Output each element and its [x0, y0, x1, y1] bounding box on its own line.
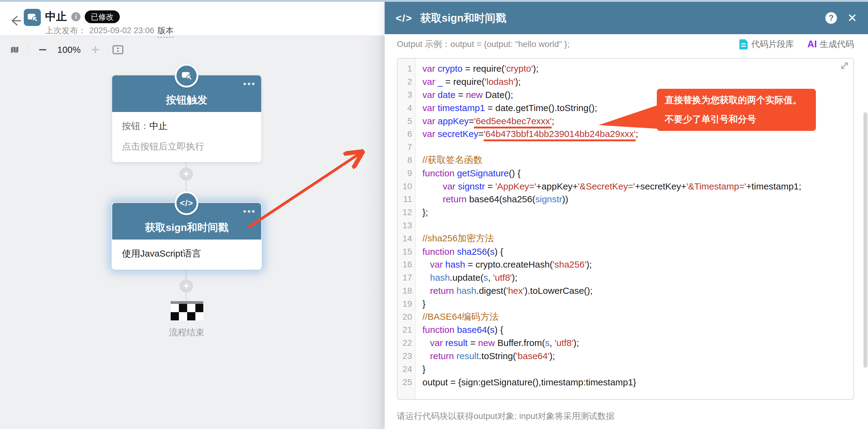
canvas-toolbar: 100% [10, 41, 123, 58]
page-title: 中止 [45, 9, 67, 24]
code-line[interactable]: 9function getSignature() { [397, 167, 854, 180]
flow-canvas[interactable]: 100% 按钮触发 [0, 36, 384, 429]
code-line[interactable]: 19} [397, 297, 854, 310]
line-number: 8 [397, 155, 416, 165]
button-trigger-icon [180, 69, 193, 82]
map-icon [10, 46, 19, 54]
ai-generate-code-button[interactable]: AI 生成代码 [807, 38, 854, 50]
output-example-text: Output 示例：output = {output: "hello world… [397, 38, 569, 50]
panel-title: 获取sign和时间戳 [420, 11, 506, 25]
code-line[interactable]: 24} [397, 363, 854, 376]
code-line[interactable]: 16 var hash = crypto.createHash('sha256'… [397, 258, 854, 271]
annotation-callout: 直接替换为您获取的两个实际值。 不要少了单引号和分号 [657, 89, 816, 131]
code-line[interactable]: 23 return result.toString('base64'); [397, 350, 854, 363]
line-number: 1 [397, 64, 416, 74]
help-button[interactable]: ? [825, 12, 837, 24]
callout-line1: 直接替换为您获取的两个实际值。 [665, 94, 808, 107]
line-number: 18 [397, 286, 416, 296]
status-badge: 已修改 [85, 10, 120, 23]
node2-type-icon: </> [175, 191, 198, 215]
zoom-out-button[interactable] [39, 49, 46, 50]
code-line[interactable]: 8//获取签名函数 [397, 154, 854, 167]
line-number: 11 [397, 194, 416, 204]
node1-field-value: 中止 [149, 121, 167, 131]
line-number: 14 [397, 234, 416, 244]
fit-view-icon [113, 45, 123, 55]
line-number: 22 [397, 338, 416, 348]
line-number: 5 [397, 116, 416, 126]
code-line[interactable]: 15function sha256(s) { [397, 245, 854, 258]
node1-field-label: 按钮： [122, 121, 149, 131]
window-top-strip [0, 0, 868, 2]
zoom-in-button[interactable] [92, 46, 99, 53]
node2-body: 使用JavaScript语言 [112, 239, 261, 269]
line-number: 13 [397, 221, 416, 230]
line-number: 17 [397, 273, 416, 283]
node2-description: 使用JavaScript语言 [122, 248, 251, 260]
line-number: 12 [397, 207, 416, 217]
button-trigger-icon [26, 11, 38, 24]
node1-body: 按钮：中止 点击按钮后立即执行 [112, 112, 261, 162]
line-number: 25 [397, 377, 416, 387]
finish-flag-icon [171, 301, 203, 321]
code-line[interactable]: 10 var signstr = 'AppKey='+appKey+'&Secr… [397, 180, 854, 193]
minimap-button[interactable] [10, 46, 19, 54]
code-line[interactable]: 11 return base64(sha256(signstr)) [397, 193, 854, 206]
node2-menu-button[interactable] [244, 210, 254, 213]
node2-title: 获取sign和时间戳 [112, 221, 261, 235]
add-step-button-2[interactable]: + [180, 279, 193, 293]
toolbar-divider [28, 45, 29, 54]
fit-view-button[interactable] [113, 45, 123, 55]
code-line[interactable]: 20//BASE64编码方法 [397, 310, 854, 323]
flow-end-label: 流程结束 [143, 326, 230, 339]
ai-button-label: 生成代码 [820, 38, 854, 50]
panel-header: </> 获取sign和时间戳 ? ✕ [384, 2, 868, 34]
node1-menu-button[interactable] [244, 83, 254, 85]
publish-label: 上次发布： [45, 25, 86, 36]
code-line[interactable]: 14//sha256加密方法 [397, 232, 854, 245]
code-block-panel: </> 获取sign和时间戳 ? ✕ Output 示例：output = {o… [384, 0, 868, 429]
node1-type-icon [175, 64, 198, 88]
line-number: 6 [397, 129, 416, 139]
panel-scrollbar[interactable] [863, 112, 867, 368]
editor-footer-note: 请运行代码块以获得output对象; input对象将采用测试数据 [397, 410, 614, 422]
workflow-app: 中止 i 已修改 上次发布： 2025-09-02 23:06 版本 100% [0, 0, 868, 429]
line-number: 16 [397, 260, 416, 269]
code-line[interactable]: 12}; [397, 206, 854, 219]
line-number: 20 [397, 312, 416, 322]
code-line[interactable]: 13 [397, 219, 854, 232]
info-icon[interactable]: i [71, 12, 81, 21]
line-number: 9 [397, 168, 416, 178]
node-button-trigger[interactable]: 按钮触发 按钮：中止 点击按钮后立即执行 [112, 75, 261, 162]
snippet-button-label: 代码片段库 [751, 38, 794, 50]
line-number: 7 [397, 142, 416, 152]
line-number: 10 [397, 181, 416, 191]
line-number: 23 [397, 351, 416, 361]
app-icon [24, 9, 41, 26]
expand-editor-button[interactable] [840, 61, 849, 72]
version-link[interactable]: 版本 [157, 25, 174, 37]
code-line[interactable]: 22 var result = new Buffer.from(s, 'utf8… [397, 337, 854, 350]
code-line[interactable]: 2var _ = require('lodash'); [397, 75, 854, 88]
zoom-level: 100% [57, 45, 81, 55]
line-number: 21 [397, 325, 416, 335]
expand-icon [840, 61, 849, 70]
back-button[interactable] [8, 14, 22, 27]
callout-line2: 不要少了单引号和分号 [665, 113, 808, 126]
code-line[interactable]: 21function base64(s) { [397, 323, 854, 337]
code-icon: </> [396, 12, 412, 24]
flow-end [171, 301, 203, 322]
node1-description: 点击按钮后立即执行 [122, 140, 251, 153]
app-header: 中止 i 已修改 上次发布： 2025-09-02 23:06 版本 [0, 2, 384, 36]
code-line[interactable]: 7 [397, 141, 854, 154]
code-line[interactable]: 17 hash.update(s, 'utf8'); [397, 271, 854, 284]
code-line[interactable]: 25output = {sign:getSignature(),timestam… [397, 376, 854, 389]
code-snippet-library-button[interactable]: 代码片段库 [739, 38, 794, 50]
line-number: 4 [397, 103, 416, 113]
line-number: 3 [397, 90, 416, 100]
close-button[interactable]: ✕ [847, 12, 857, 24]
callout-wedge [598, 104, 659, 130]
code-line[interactable]: 1var crypto = require('crypto'); [397, 62, 854, 75]
add-step-button-1[interactable]: + [180, 167, 193, 181]
code-line[interactable]: 18 return hash.digest('hex').toLowerCase… [397, 284, 854, 297]
